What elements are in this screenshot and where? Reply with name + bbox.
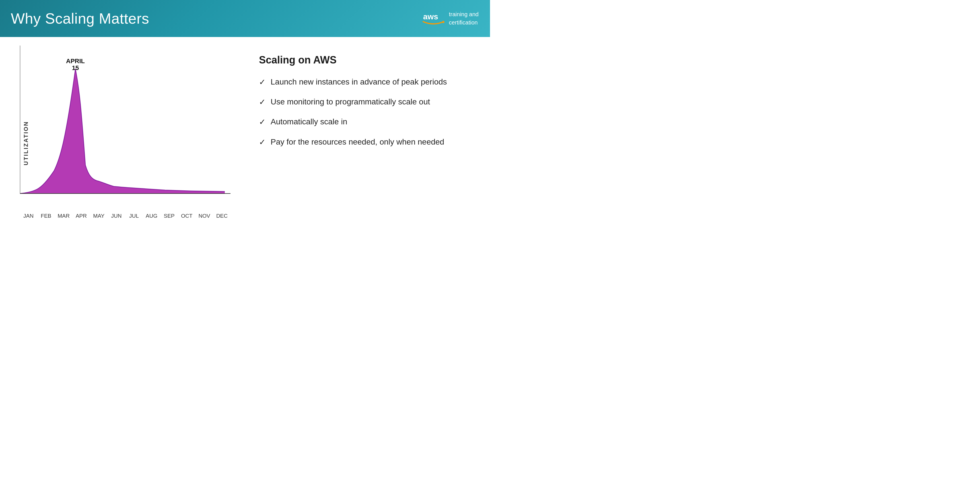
bullet-text-3: Automatically scale in xyxy=(270,116,347,127)
month-may: MAY xyxy=(90,213,107,219)
svg-marker-1 xyxy=(443,21,445,23)
bullet-item-1: ✓ Launch new instances in advance of pea… xyxy=(259,76,473,88)
month-jan: JAN xyxy=(20,213,37,219)
checkmark-3: ✓ xyxy=(259,116,266,127)
checkmark-4: ✓ xyxy=(259,137,266,148)
utilization-chart: APRIL 15 xyxy=(20,46,231,211)
bullet-text-2: Use monitoring to programmatically scale… xyxy=(270,96,430,107)
month-jun: JUN xyxy=(108,213,125,219)
chart-outline xyxy=(20,69,225,194)
checkmark-1: ✓ xyxy=(259,76,266,88)
month-jul: JUL xyxy=(126,213,143,219)
checkmark-2: ✓ xyxy=(259,97,266,108)
month-feb: FEB xyxy=(38,213,55,219)
peak-label-line1: APRIL xyxy=(66,57,85,65)
bullet-item-3: ✓ Automatically scale in xyxy=(259,116,473,127)
aws-logo-area: aws training and certification xyxy=(422,10,479,27)
bullet-list: ✓ Launch new instances in advance of pea… xyxy=(259,76,473,148)
bullet-text-1: Launch new instances in advance of peak … xyxy=(270,76,447,88)
chart-fill xyxy=(20,69,225,194)
y-axis-label: UTILIZATION xyxy=(23,121,29,165)
month-aug: AUG xyxy=(143,213,160,219)
bullet-text-4: Pay for the resources needed, only when … xyxy=(270,136,444,147)
month-apr: APR xyxy=(73,213,90,219)
svg-text:aws: aws xyxy=(423,12,438,21)
month-dec: DEC xyxy=(213,213,231,219)
aws-tagline: training and certification xyxy=(449,10,479,27)
aws-logo-icon: aws xyxy=(422,11,445,25)
month-nov: NOV xyxy=(196,213,213,219)
page-title: Why Scaling Matters xyxy=(11,10,149,27)
x-axis-labels: JAN FEB MAR APR MAY JUN JUL AUG SEP OCT … xyxy=(20,213,231,219)
scaling-title: Scaling on AWS xyxy=(259,54,473,66)
right-panel: Scaling on AWS ✓ Launch new instances in… xyxy=(236,37,490,249)
chart-area: UTILIZATION APRIL 15 JAN xyxy=(0,37,236,249)
month-mar: MAR xyxy=(55,213,72,219)
header: Why Scaling Matters aws training and cer… xyxy=(0,0,490,37)
month-oct: OCT xyxy=(178,213,195,219)
peak-label-line2: 15 xyxy=(72,64,79,72)
bullet-item-2: ✓ Use monitoring to programmatically sca… xyxy=(259,96,473,108)
bullet-item-4: ✓ Pay for the resources needed, only whe… xyxy=(259,136,473,148)
month-sep: SEP xyxy=(161,213,178,219)
main-content: UTILIZATION APRIL 15 JAN xyxy=(0,37,490,249)
